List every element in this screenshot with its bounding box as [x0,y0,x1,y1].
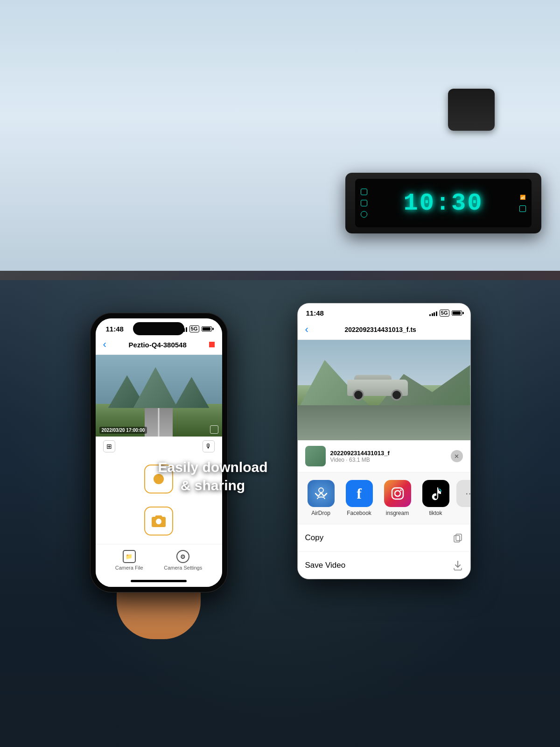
dashcam-device: 10:30 📶 [345,84,541,243]
tiktok-icon [429,486,443,500]
airdrop-icon-bg [308,480,335,507]
screen-icon-3 [361,211,367,218]
file-info-left: 2022092314431013_f Video · 63.1 MB [305,446,390,466]
svg-point-4 [319,488,323,493]
phone1-header: ‹ Peztio-Q4-380548 [96,335,222,355]
screen-left-icons [361,189,367,218]
record-dot [209,342,215,347]
share-tiktok[interactable]: tiktok [420,480,452,516]
file-name: 2022092314431013_f [330,450,390,457]
instagram-icon-bg [384,480,411,507]
file-details: 2022092314431013_f Video · 63.1 MB [330,450,390,463]
share-facebook[interactable]: f Facebook [343,480,375,516]
airdrop-label: AirDrop [311,510,330,516]
photo-button[interactable] [144,507,173,536]
video-timestamp: 2022/03/20 17:00:00 [99,427,147,434]
svg-point-6 [395,491,400,496]
tiktok-icon-bg [422,480,449,507]
mic-icon[interactable]: 🎙 [203,440,215,452]
car-wheel-rear [391,389,402,401]
file-thumbnail [305,446,326,466]
dashcam-mount [448,89,495,131]
wifi-screen-icon: 📶 [519,194,526,201]
copy-action-row[interactable]: Copy [298,524,470,552]
nav-settings-label: Camera Settings [164,565,202,571]
more-icon: ··· [456,480,470,507]
screen-icon-1 [361,189,367,195]
phone1-bottom-nav: 📁 Camera File ⚙ Camera Settings [96,544,222,580]
save-icon [453,560,463,571]
file-meta: Video · 63.1 MB [330,457,390,463]
phone-2-wrapper: 11:48 5G [298,303,470,579]
facebook-icon-bg: f [346,480,373,507]
dynamic-island [133,322,184,335]
nav-camera-file-label: Camera File [115,565,143,571]
phone-1-wrapper: 11:48 5G [90,313,228,592]
bottom-section: Easily download & sharing 11:48 [0,280,560,747]
instagram-label: insgream [386,510,409,516]
share-apps-row: AirDrop f Facebook [298,472,470,524]
back-chevron-icon[interactable]: ‹ [103,338,106,351]
phone1-title: Peztio-Q4-380548 [129,341,187,349]
dashcam-screen: 10:30 📶 [355,179,532,227]
airdrop-icon [314,486,329,501]
phone1-battery [202,326,212,331]
phone2-back-icon[interactable]: ‹ [305,324,308,336]
car-wheel-front [353,389,364,401]
phone1-time: 11:48 [106,325,124,333]
screen-icon-2 [361,200,367,206]
nav-camera-file[interactable]: 📁 Camera File [115,550,143,571]
file-close-button[interactable]: ✕ [451,450,463,462]
save-video-label: Save Video [305,561,346,570]
phone2-time: 11:48 [306,309,324,317]
phone2-video [298,340,470,440]
center-text-area: Easily download & sharing [158,458,267,494]
svg-rect-8 [456,534,462,541]
image-icon[interactable]: ⊞ [103,440,115,452]
phone-1-frame: 11:48 5G [90,313,228,592]
phone2-signal [429,310,437,316]
phone1-controls: ⊞ 🎙 [96,437,222,456]
share-airdrop[interactable]: AirDrop [305,480,337,516]
save-video-action-row[interactable]: Save Video [298,552,470,579]
home-bar [131,580,187,582]
phone2-title: 2022092314431013_f.ts [344,326,416,333]
nav-camera-settings[interactable]: ⚙ Camera Settings [164,550,202,571]
svg-point-7 [400,489,402,491]
share-instagram[interactable]: insgream [382,480,413,516]
phones-container: 11:48 5G [0,285,560,747]
phone2-status-icons: 5G [429,310,462,317]
dashcam-time: 10:30 [403,190,483,217]
home-indicator [96,580,222,587]
road-center-line [158,408,160,437]
screen-icon-r2 [519,205,526,212]
phone-2-frame: 11:48 5G [298,303,470,579]
phone1-5g: 5G [189,325,199,332]
phone2-battery [452,310,462,316]
file-info-row: 2022092314431013_f Video · 63.1 MB ✕ [298,440,470,472]
phone2-header: ‹ 2022092314431013_f.ts [298,320,470,340]
camera-file-icon: 📁 [123,550,136,563]
facebook-icon: f [357,485,362,502]
svg-rect-5 [392,488,403,499]
screen-right-icons: 📶 [519,194,526,212]
copy-label: Copy [305,533,324,543]
phone-1-screen: 11:48 5G [96,318,222,587]
svg-rect-9 [454,536,460,542]
tiktok-label: tiktok [429,510,442,516]
p2-car-area [375,403,436,429]
dashcam-body: 10:30 📶 [345,173,541,233]
instagram-icon [391,486,405,500]
phone1-video-thumb: 2022/03/20 17:00:00 [96,355,222,437]
settings-icon: ⚙ [176,550,189,563]
facebook-label: Facebook [347,510,371,516]
phone2-5g: 5G [440,310,449,317]
expand-icon[interactable] [210,425,218,434]
copy-icon [453,533,463,543]
center-text: Easily download & sharing [158,458,267,494]
car-wrapper [347,375,408,401]
camera-icon [152,515,166,527]
phone2-statusbar: 11:48 5G [298,303,470,320]
share-more[interactable]: ··· [458,480,470,507]
